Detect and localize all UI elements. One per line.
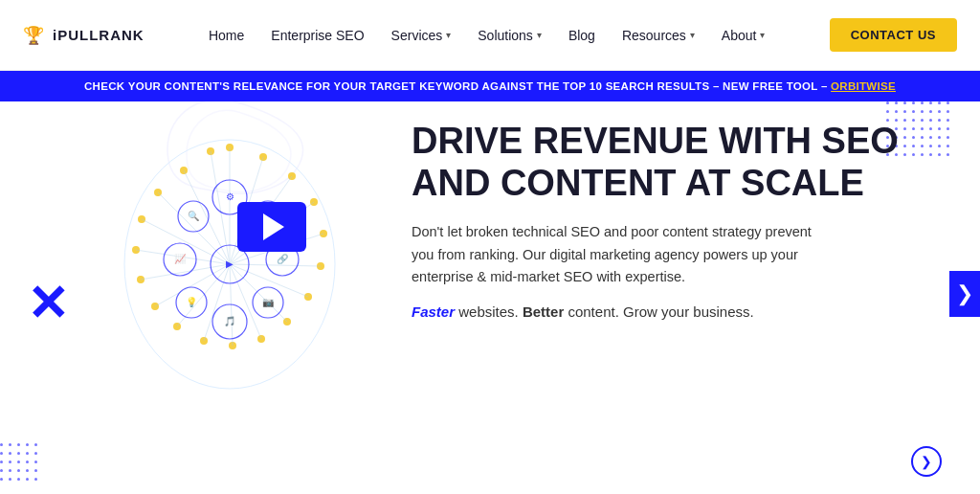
svg-text:▶: ▶ (226, 258, 234, 269)
hero-description: Don't let broken technical SEO and poor … (412, 221, 833, 288)
svg-text:📈: 📈 (174, 253, 187, 265)
contact-us-button[interactable]: CONTACT US (830, 18, 957, 52)
next-slide-button[interactable]: ❯ (949, 271, 980, 317)
brand-name: iPULLRANK (53, 27, 145, 43)
nav-link-solutions[interactable]: Solutions ▾ (478, 28, 542, 43)
play-triangle-icon (263, 213, 284, 240)
nav-item-home[interactable]: Home (209, 27, 244, 44)
announcement-link[interactable]: ORBITWISE (831, 80, 896, 92)
solutions-dropdown-arrow: ▾ (537, 30, 542, 40)
nav-link-about[interactable]: About ▾ (722, 28, 766, 43)
announcement-bar: CHECK YOUR CONTENT'S RELEVANCE FOR YOUR … (0, 71, 980, 101)
nav-item-resources[interactable]: Resources ▾ (622, 28, 695, 43)
logo-icon: 🏆 (23, 25, 45, 46)
tagline-faster: Faster (412, 303, 455, 320)
nav-link-resources[interactable]: Resources ▾ (622, 28, 695, 43)
nav-link-home[interactable]: Home (209, 28, 244, 43)
svg-line-25 (230, 264, 321, 266)
about-dropdown-arrow: ▾ (760, 30, 765, 40)
services-dropdown-arrow: ▾ (446, 30, 451, 40)
nav-item-about[interactable]: About ▾ (722, 28, 766, 43)
svg-line-36 (158, 192, 230, 264)
nav-link-enterprise-seo[interactable]: Enterprise SEO (271, 28, 364, 43)
resources-dropdown-arrow: ▾ (690, 30, 695, 40)
announcement-text: CHECK YOUR CONTENT'S RELEVANCE FOR YOUR … (84, 80, 828, 92)
hero-section: ✕ (0, 101, 980, 486)
svg-line-31 (177, 264, 230, 326)
scroll-down-button[interactable]: ❯ (911, 446, 942, 477)
svg-text:🔍: 🔍 (188, 210, 200, 222)
nav-item-enterprise-seo[interactable]: Enterprise SEO (271, 27, 364, 44)
play-button[interactable] (237, 202, 306, 252)
logo[interactable]: 🏆 iPULLRANK (23, 25, 145, 46)
nav-item-blog[interactable]: Blog (568, 27, 595, 44)
nav-link-services[interactable]: Services ▾ (391, 28, 452, 43)
hero-title: DRIVE REVENUE WITH SEO AND CONTENT AT SC… (412, 121, 909, 204)
tagline-text2: content. Grow your business. (568, 303, 753, 320)
nav-link-blog[interactable]: Blog (568, 28, 595, 43)
dot-grid-bottom-left (0, 443, 37, 486)
chevron-down-icon: ❯ (921, 454, 932, 469)
brain-graphic: ⚙ 📊 🔗 📷 🎵 💡 📈 🔍 ▶ (77, 111, 383, 417)
navbar: 🏆 iPULLRANK Home Enterprise SEO Services… (0, 0, 980, 71)
chevron-right-icon: ❯ (956, 281, 973, 306)
hero-tagline: Faster websites. Better content. Grow yo… (412, 303, 909, 320)
nav-item-services[interactable]: Services ▾ (391, 28, 452, 43)
svg-text:💡: 💡 (186, 296, 198, 308)
svg-text:⚙: ⚙ (226, 191, 234, 202)
hero-content: DRIVE REVENUE WITH SEO AND CONTENT AT SC… (412, 121, 909, 320)
nav-links: Home Enterprise SEO Services ▾ Solutions… (209, 27, 765, 44)
x-decoration: ✕ (27, 279, 69, 328)
nav-item-solutions[interactable]: Solutions ▾ (478, 28, 542, 43)
tagline-better: Better (523, 303, 564, 320)
svg-text:🎵: 🎵 (224, 315, 236, 327)
tagline-text1: websites. (458, 303, 523, 320)
svg-line-30 (204, 264, 230, 341)
svg-text:📷: 📷 (262, 296, 275, 308)
svg-text:🔗: 🔗 (277, 253, 289, 265)
